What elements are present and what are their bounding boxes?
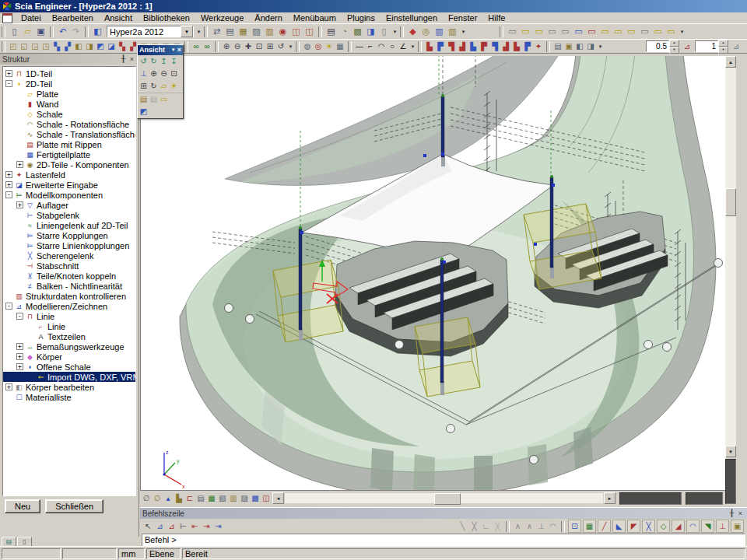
load7-icon[interactable]: ▙ [511,41,522,52]
dims-view-icon[interactable]: ▨ [239,493,250,504]
schliessen-button[interactable]: Schließen [45,499,103,513]
camera-icon[interactable]: ◧ [574,41,585,52]
movenode-icon[interactable]: ✦ [533,41,544,52]
tree-expand-toggle[interactable]: - [5,303,12,310]
angle-icon[interactable]: ∠ [398,41,409,52]
title-bar[interactable]: Scia Engineer - [Hyper2a 2012 : 1] [0,0,747,12]
move-icon[interactable]: ◰ [8,41,19,52]
combobox-dropdown-icon[interactable]: ▼ [181,26,193,37]
tree-item[interactable]: + ▽ Auflager [3,200,135,210]
snap-node-icon[interactable]: ◇ [657,520,670,533]
circle-icon[interactable]: ○ [387,41,398,52]
menu-item[interactable]: Werkzeuge [195,12,249,23]
freehand-icon[interactable]: ╲ [457,520,468,532]
snap-edge-icon[interactable]: ◢ [672,520,685,533]
menu-item[interactable]: Plugins [342,12,381,23]
layer-copy-icon[interactable]: ▭ [532,26,545,38]
snap-spinner[interactable]: 1 ▲▼ [695,40,728,54]
layer-del-icon[interactable]: ▭ [585,26,598,38]
cross-icon[interactable]: ╳ [468,520,480,532]
print-icon[interactable]: ▤ [324,26,338,38]
project-combobox[interactable]: Hyper2a 2012 ▼ [107,26,194,37]
tree-expand-toggle[interactable] [16,262,23,269]
tree-item[interactable]: ▥ Strukturdaten kontrollieren [3,291,135,301]
load8-icon[interactable]: ▛ [522,41,533,52]
walk-icon[interactable]: ◨ [585,41,596,52]
node-label-icon[interactable]: ▴ [163,493,174,504]
surface-icon[interactable]: ▙ [174,493,184,504]
cube-icon[interactable]: ◩ [139,107,149,117]
tree-expand-toggle[interactable]: + [5,171,12,178]
horizontal-scrollbar[interactable] [285,493,603,503]
load1-icon[interactable]: ▜ [446,41,457,52]
trim-icon[interactable]: ◧ [73,41,84,52]
hscroll-thumb[interactable] [434,493,461,505]
snap-grid-icon[interactable]: ▦ [583,520,596,533]
document-icon[interactable]: ◨ [364,26,377,38]
layers-overflow-icon[interactable]: ▾ [679,29,686,35]
tree-item[interactable]: + ◉ 2D-Teile - Komponenten [3,159,135,170]
tree-expand-toggle[interactable]: + [5,383,12,390]
draw-overflow-icon[interactable]: ▾ [409,44,416,50]
tree-item[interactable]: ∿ Schale - Translationsfläche [3,129,135,139]
spin-up-icon[interactable]: ▲ [718,40,728,47]
tree-expand-toggle[interactable] [16,121,23,128]
layer-off-icon[interactable]: ▭ [545,26,559,38]
vscroll-thumb[interactable] [725,188,736,216]
scale-spinner[interactable]: 0.5 ▲▼ [646,40,679,54]
tree-item[interactable]: ≈ Liniengelenk auf 2D-Teil [3,220,135,230]
viewsave-overflow-icon[interactable]: ▾ [597,44,604,50]
tree-expand-toggle[interactable]: - [16,313,23,320]
binocular2-icon[interactable]: ∞ [202,41,212,52]
close-icon[interactable]: × [736,509,745,518]
tree-expand-toggle[interactable] [16,151,23,158]
prev-view-icon[interactable]: ↺ [275,41,286,52]
tree-item[interactable]: ◠ Schale - Rotationsfläche [3,119,135,129]
paint-icon[interactable]: ◆ [406,26,419,38]
tree-expand-toggle[interactable] [16,131,23,138]
polyline-icon[interactable]: ⌐ [365,41,376,52]
zoomin-icon[interactable]: ⊕ [149,68,159,79]
ansicht-palette[interactable]: Ansicht ▼ × ↺↻↥↧ ⊥⊕⊖⊡ ⊞↻▱☀ ▤▤▭ ◩ [137,44,184,119]
newdoc-icon[interactable]: ▯ [377,26,391,38]
menu-item[interactable]: Bibliotheken [138,12,195,23]
befehlszeile-header[interactable]: Befehlszeile ╂ × [140,508,747,519]
up2-icon[interactable]: ∧ [524,520,535,532]
selline-icon[interactable]: ⊿ [154,520,166,532]
tree-item[interactable]: ⊣ Stabschnitt [3,261,135,271]
menu-item[interactable]: Menübaum [288,12,342,23]
hscroll-left-icon[interactable]: ◄ [272,492,284,504]
snap-mid-icon[interactable]: ◤ [627,520,640,533]
tree-expand-toggle[interactable] [16,110,23,117]
tree-expand-toggle[interactable] [16,100,23,107]
tree-expand-toggle[interactable]: + [16,161,23,168]
load6-icon[interactable]: ▟ [500,41,511,52]
layers-view-icon[interactable]: ▤ [195,493,206,504]
array-icon[interactable]: ▚ [51,41,62,52]
hscroll-right-icon[interactable]: ► [604,492,615,504]
menu-item[interactable]: Datei [16,12,47,23]
tree-expand-toggle[interactable] [27,333,34,340]
tree-expand-toggle[interactable] [5,394,12,401]
render-icon[interactable]: ▦ [335,41,345,52]
redo-icon[interactable]: ↷ [69,26,82,38]
layer-sel-icon[interactable]: ▭ [572,26,585,38]
update-icon[interactable]: ⇄ [210,26,223,38]
menu-item[interactable]: Fenster [443,12,482,23]
grid-view-icon[interactable]: ◫ [261,493,272,504]
binocular-icon[interactable]: ∞ [191,41,202,52]
new-document-icon[interactable]: ▯ [8,26,21,38]
menu-item[interactable]: Einstellungen [381,12,443,23]
load2-icon[interactable]: ▟ [457,41,468,52]
tree-item[interactable]: + ✦ Lastenfeld [3,170,135,180]
combo-overflow-icon[interactable]: ▾ [195,29,202,35]
tree-item[interactable]: ⇐ Import DWG, DXF, VRML97 [3,372,135,382]
rotate-icon[interactable]: ◱ [19,41,30,52]
tree-item[interactable]: ▮ Wand [3,99,135,109]
tree-item[interactable]: ▦ Fertigteilplatte [3,149,135,159]
arc2-icon[interactable]: ◠ [547,520,559,532]
close-icon[interactable]: × [128,55,136,64]
neu-button[interactable]: Neu [5,499,40,513]
pin-icon[interactable]: ╂ [119,55,128,64]
rotview-icon[interactable]: ↻ [149,81,159,92]
